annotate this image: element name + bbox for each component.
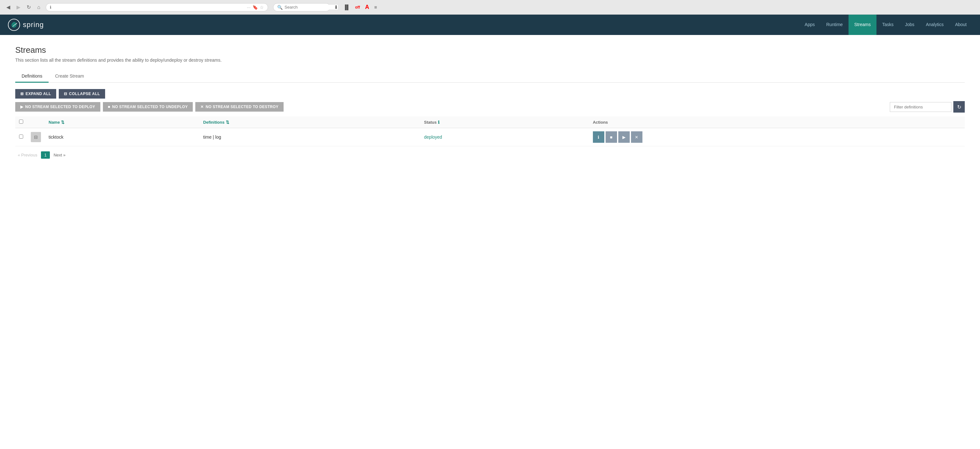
table-header: Name ⇅ Definitions ⇅ Status ℹ Actions (15, 117, 965, 128)
destroy-icon: ✕ (200, 105, 204, 109)
app-logo: spring (8, 18, 44, 31)
tabs: Definitions Create Stream (15, 70, 965, 83)
browser-chrome: ◀ ▶ ↻ ⌂ ℹ localhost:9393/dashboard/#/str… (0, 0, 980, 14)
toolbar: ⊞ EXPAND ALL ⊟ COLLAPSE ALL (15, 89, 965, 99)
status-badge: deployed (424, 134, 442, 140)
nav-streams[interactable]: Streams (848, 14, 877, 35)
deploy-label: NO STREAM SELECTED TO DEPLOY (25, 105, 95, 109)
notifications-icon[interactable]: off (354, 4, 361, 11)
more-icon: ··· (247, 5, 251, 10)
table-body: ⊟ ticktock time | log deployed ℹ ■ ▶ ✕ (15, 128, 965, 146)
address-input[interactable]: localhost:9393/dashboard/#/streams/defin… (53, 5, 245, 10)
play-button[interactable]: ▶ (618, 131, 630, 143)
header-icon-cell (27, 117, 45, 128)
table-row: ⊟ ticktock time | log deployed ℹ ■ ▶ ✕ (15, 128, 965, 146)
row-status: deployed (420, 128, 589, 146)
next-page-button[interactable]: Next » (51, 151, 68, 159)
header-name-label: Name (49, 120, 60, 125)
expand-icon: ⊞ (20, 91, 24, 96)
destroy-button[interactable]: ✕ NO STREAM SELECTED TO DESTROY (195, 102, 283, 112)
nav-runtime[interactable]: Runtime (821, 14, 848, 35)
actions-bar: ▶ NO STREAM SELECTED TO DEPLOY ■ NO STRE… (15, 101, 965, 113)
refresh-icon: ↻ (957, 104, 961, 110)
filter-input[interactable] (890, 102, 951, 112)
expand-all-button[interactable]: ⊞ EXPAND ALL (15, 89, 56, 99)
tab-create-stream[interactable]: Create Stream (49, 70, 90, 83)
destroy-label: NO STREAM SELECTED TO DESTROY (206, 105, 278, 109)
collapse-all-label: COLLAPSE ALL (69, 91, 100, 96)
tab-definitions[interactable]: Definitions (15, 70, 49, 83)
page-subtitle: This section lists all the stream defini… (15, 58, 965, 62)
deploy-button[interactable]: ▶ NO STREAM SELECTED TO DEPLOY (15, 102, 100, 112)
nav-analytics[interactable]: Analytics (920, 14, 949, 35)
nav-jobs[interactable]: Jobs (899, 14, 920, 35)
home-button[interactable]: ⌂ (34, 3, 43, 12)
header-actions: Actions (589, 117, 965, 128)
row-action-buttons: ℹ ■ ▶ ✕ (593, 131, 961, 143)
browser-nav-buttons: ◀ ▶ ↻ ⌂ (4, 3, 43, 12)
expand-all-label: EXPAND ALL (26, 91, 51, 96)
page-title: Streams (15, 45, 965, 55)
row-actions: ℹ ■ ▶ ✕ (589, 128, 965, 146)
profile-icon[interactable]: A (364, 3, 371, 12)
menu-icon[interactable]: ≡ (373, 3, 379, 11)
reload-button[interactable]: ↻ (24, 3, 33, 12)
app-logo-text: spring (23, 21, 44, 29)
row-checkbox[interactable] (19, 134, 23, 139)
browser-right-area: 🔍 ⬇ ▐▌ off A ≡ (273, 3, 378, 12)
undeploy-button[interactable]: ■ NO STREAM SELECTED TO UNDEPLOY (103, 102, 193, 112)
refresh-button[interactable]: ↻ (953, 101, 965, 113)
app-nav: spring Apps Runtime Streams Tasks Jobs A… (0, 14, 980, 35)
row-definition: time | log (199, 128, 420, 146)
header-definitions-label: Definitions (203, 120, 224, 125)
spring-logo-icon (8, 18, 20, 31)
search-icon: 🔍 (277, 5, 283, 10)
undeploy-label: NO STREAM SELECTED TO UNDEPLOY (112, 105, 188, 109)
nav-links: Apps Runtime Streams Tasks Jobs Analytic… (799, 14, 972, 35)
header-status: Status ℹ (420, 117, 589, 128)
pagination: « Previous 1 Next » (15, 151, 965, 159)
sort-icon: ⇅ (61, 120, 64, 125)
back-button[interactable]: ◀ (4, 3, 13, 12)
select-all-checkbox[interactable] (19, 120, 23, 124)
row-name: ticktock (45, 128, 199, 146)
star-icon: ☆ (260, 5, 264, 10)
collapse-all-button[interactable]: ⊟ COLLAPSE ALL (59, 89, 105, 99)
delete-button[interactable]: ✕ (631, 131, 643, 143)
stream-icon-symbol: ⊟ (34, 134, 38, 140)
sort-definitions-icon: ⇅ (226, 120, 229, 125)
header-name[interactable]: Name ⇅ (45, 117, 199, 128)
streams-table: Name ⇅ Definitions ⇅ Status ℹ Actions (15, 117, 965, 146)
previous-page-button[interactable]: « Previous (15, 151, 40, 159)
bookmarks-icon[interactable]: ▐▌ (342, 3, 351, 11)
address-bar[interactable]: ℹ localhost:9393/dashboard/#/streams/def… (46, 3, 268, 11)
nav-apps[interactable]: Apps (799, 14, 821, 35)
nav-tasks[interactable]: Tasks (877, 14, 899, 35)
pocket-icon: 🔖 (253, 5, 258, 10)
stop-button[interactable]: ■ (606, 131, 617, 143)
row-icon-cell: ⊟ (27, 128, 45, 146)
download-icon[interactable]: ⬇ (333, 3, 339, 11)
page-1-button[interactable]: 1 (41, 151, 49, 159)
stream-icon: ⊟ (31, 132, 41, 142)
header-status-label: Status (424, 120, 437, 125)
browser-search-bar[interactable]: 🔍 (273, 3, 330, 11)
row-checkbox-cell (15, 128, 27, 146)
browser-search-input[interactable] (285, 5, 338, 10)
forward-button[interactable]: ▶ (14, 3, 23, 12)
main-content: Streams This section lists all the strea… (0, 35, 980, 449)
info-button[interactable]: ℹ (593, 131, 605, 143)
header-checkbox-cell (15, 117, 27, 128)
undeploy-icon: ■ (108, 105, 110, 109)
filter-area: ↻ (890, 101, 965, 113)
collapse-icon: ⊟ (64, 91, 67, 96)
deploy-icon: ▶ (20, 105, 23, 109)
lock-icon: ℹ (50, 5, 51, 10)
status-info-icon[interactable]: ℹ (438, 120, 439, 125)
nav-about[interactable]: About (949, 14, 972, 35)
header-definitions[interactable]: Definitions ⇅ (199, 117, 420, 128)
